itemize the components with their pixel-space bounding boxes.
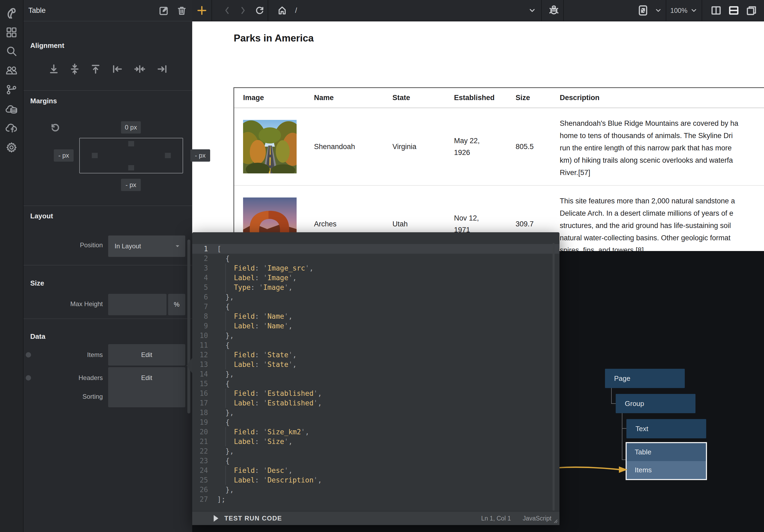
tree-node-group[interactable]: Group <box>616 394 695 413</box>
cell-description: Shenandoah's Blue Ridge Mountains are co… <box>551 108 764 185</box>
url-path[interactable]: / <box>291 0 301 21</box>
split-columns-toggle[interactable] <box>707 0 725 21</box>
cursor-position: Ln 1, Col 1 <box>481 515 511 522</box>
align-bottom-icon[interactable] <box>49 61 59 77</box>
components-grid-icon[interactable] <box>0 24 23 41</box>
items-binding-dot[interactable] <box>26 352 31 358</box>
cell-description: This site features more than 2,000 natur… <box>551 186 764 251</box>
alignment-section-label: Alignment <box>30 42 64 50</box>
layout-section-label: Layout <box>30 212 53 220</box>
column-header: Image <box>234 94 305 102</box>
panel-scrollbar[interactable] <box>187 240 190 414</box>
column-header: Established <box>445 94 507 102</box>
parks-table[interactable]: Image Name State Established Size Descri… <box>234 87 764 251</box>
popover-caret <box>187 358 192 374</box>
tree-node-text[interactable]: Text <box>626 419 706 438</box>
delete-element-icon[interactable] <box>177 5 187 16</box>
tree-node-page[interactable]: Page <box>605 369 685 388</box>
app-logo-icon[interactable] <box>0 5 23 21</box>
chevron-down-icon <box>174 243 181 250</box>
column-header: State <box>384 94 445 102</box>
data-section-label: Data <box>30 332 45 341</box>
language-label[interactable]: JavaScript <box>523 515 551 522</box>
page-heading[interactable]: Parks in America <box>234 33 314 44</box>
zoom-level-dropdown[interactable]: 100% <box>669 0 699 21</box>
margin-bottom-handle[interactable] <box>128 165 134 170</box>
add-element-button[interactable] <box>192 0 212 21</box>
cell-established: May 22, 1926 <box>445 135 507 158</box>
align-center-horizontal-icon[interactable] <box>134 61 145 77</box>
table-header-row: Image Name State Established Size Descri… <box>234 88 764 108</box>
search-icon[interactable] <box>0 43 23 60</box>
home-icon[interactable] <box>274 0 290 21</box>
editor-status-bar: TEST RUN CODE Ln 1, Col 1 JavaScript <box>192 511 559 525</box>
cell-name: Shenandoah <box>305 143 384 151</box>
viewport-chevron-down-icon[interactable] <box>652 0 665 21</box>
cell-state: Utah <box>384 220 445 228</box>
stacked-windows-toggle[interactable] <box>743 0 760 21</box>
margin-top-handle[interactable] <box>128 141 134 146</box>
viewport-size-icon[interactable] <box>635 0 652 21</box>
debug-bug-icon[interactable] <box>544 0 563 21</box>
rename-element-icon[interactable] <box>158 5 169 16</box>
position-label: Position <box>33 242 103 249</box>
margin-top-input[interactable]: 0 px <box>121 121 141 133</box>
size-section-label: Size <box>30 279 44 287</box>
align-right-icon[interactable] <box>157 61 168 77</box>
git-branch-icon[interactable] <box>0 82 23 98</box>
data-binding-arrow <box>557 463 629 476</box>
editor-scrollbar[interactable] <box>552 243 555 511</box>
cloud-function-icon[interactable] <box>0 119 23 136</box>
margins-diagram <box>79 138 183 173</box>
headers-label: Headers <box>33 374 103 382</box>
canvas-preview: Parks in America Image Name State Establ… <box>192 21 764 251</box>
left-icon-rail <box>0 0 24 532</box>
users-icon[interactable] <box>0 62 23 79</box>
margin-right-input[interactable]: - px <box>190 149 210 162</box>
shenandoah-autumn-road-image <box>243 120 296 173</box>
column-header: Size <box>507 94 551 102</box>
nav-forward-button[interactable] <box>235 0 251 21</box>
margin-bottom-input[interactable]: - px <box>121 179 141 191</box>
headers-binding-dot[interactable] <box>26 375 31 381</box>
formula-code-editor: 1[2 {3 Field: 'Image_src',4 Label: 'Imag… <box>192 232 559 525</box>
align-top-icon[interactable] <box>91 61 100 77</box>
code-area[interactable]: 1[2 {3 Field: 'Image_src',4 Label: 'Imag… <box>192 244 559 504</box>
align-center-vertical-icon[interactable] <box>70 61 80 77</box>
tree-node-table[interactable]: Table <box>627 443 706 461</box>
column-header: Description <box>551 94 764 102</box>
max-height-unit-select[interactable]: % <box>168 294 185 315</box>
margins-section-label: Margins <box>30 97 57 105</box>
position-select[interactable]: In Layout <box>108 236 185 257</box>
table-row: Shenandoah Virginia May 22, 1926 805.5 S… <box>234 108 764 185</box>
cloud-database-icon[interactable] <box>0 101 23 117</box>
element-properties-panel: Table Alignment Margins 0 px <box>24 0 192 532</box>
max-height-label: Max Height <box>33 300 103 308</box>
zoom-chevron-down-icon <box>690 7 697 14</box>
items-label: Items <box>33 351 103 359</box>
margin-left-input[interactable]: - px <box>54 149 74 162</box>
cell-size: 309.7 <box>507 220 551 228</box>
refresh-button[interactable] <box>252 0 268 21</box>
align-left-icon[interactable] <box>111 61 123 77</box>
headers-edit-button[interactable]: Edit <box>108 367 185 389</box>
url-chevron-down-icon[interactable] <box>524 0 540 21</box>
tree-node-items[interactable]: Items <box>627 461 706 479</box>
margin-left-handle[interactable] <box>92 153 98 158</box>
sorting-label: Sorting <box>33 393 103 400</box>
cell-name: Arches <box>305 220 384 228</box>
split-rows-toggle[interactable] <box>725 0 743 21</box>
reset-margins-icon[interactable] <box>50 122 60 133</box>
tree-node-table-selected: Table Items <box>626 442 707 480</box>
max-height-input[interactable] <box>108 294 166 315</box>
items-edit-button[interactable]: Edit <box>108 344 185 366</box>
settings-gear-icon[interactable] <box>0 139 23 156</box>
sorting-input[interactable] <box>108 386 185 407</box>
nav-back-button[interactable] <box>219 0 235 21</box>
cell-state: Virginia <box>384 143 445 151</box>
test-run-code-button[interactable]: TEST RUN CODE <box>213 515 282 522</box>
play-icon <box>213 515 219 522</box>
margin-right-handle[interactable] <box>165 153 171 158</box>
resize-grip[interactable] <box>551 517 558 523</box>
column-header: Name <box>305 94 384 102</box>
